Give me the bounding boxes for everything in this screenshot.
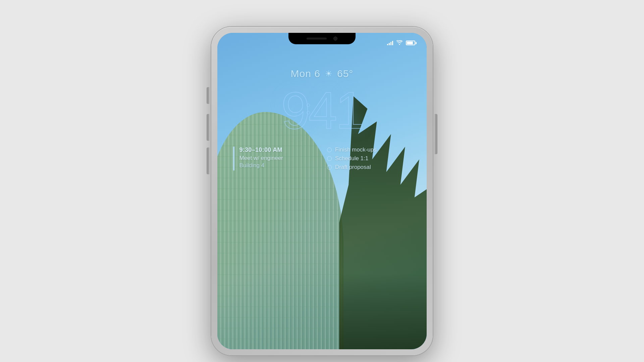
reminder-item-2: Schedule 1:1 — [327, 155, 411, 162]
signal-icon — [387, 41, 393, 45]
weather-icon: ☀ — [325, 69, 332, 78]
phone-shell: Mon 6 ☀ 65° 9 41 — [211, 27, 433, 355]
calendar-widget: 9:30–10:00 AM Meet w/ engineer Building … — [233, 146, 317, 171]
widgets-row: 9:30–10:00 AM Meet w/ engineer Building … — [230, 146, 414, 171]
power-button — [435, 114, 437, 154]
reminder-circle-icon-2 — [327, 156, 332, 161]
reminders-widget: Finish mock-ups Schedule 1:1 Draft propo… — [327, 146, 411, 171]
colon-dot-bottom — [307, 111, 310, 114]
signal-bar-4 — [392, 41, 393, 45]
battery-icon — [406, 41, 417, 45]
lock-screen-content: Mon 6 ☀ 65° 9 41 — [217, 33, 427, 349]
front-camera — [333, 37, 337, 41]
calendar-event-title: Meet w/ engineer — [239, 155, 283, 162]
signal-bar-3 — [390, 42, 391, 45]
volume-down-button — [207, 147, 209, 174]
reminder-item-3: Draft proposal — [327, 164, 411, 171]
status-icons — [387, 40, 417, 46]
mute-button — [207, 87, 209, 104]
speaker-grille — [307, 38, 327, 40]
time-minute: 41 — [308, 84, 363, 136]
phone-screen: Mon 6 ☀ 65° 9 41 — [217, 33, 427, 349]
date-display: Mon 6 — [291, 68, 320, 79]
reminder-text-2: Schedule 1:1 — [335, 155, 368, 162]
reminder-text-1: Finish mock-ups — [335, 146, 377, 153]
colon-dot-top — [307, 104, 310, 107]
time-hour: 9 — [281, 84, 308, 136]
temperature-display: 65° — [337, 68, 353, 79]
calendar-time-range: 9:30–10:00 AM — [239, 146, 283, 154]
reminder-item-1: Finish mock-ups — [327, 146, 411, 153]
signal-bar-2 — [389, 43, 390, 45]
calendar-event-location: Building 4 — [239, 162, 283, 169]
reminder-text-3: Draft proposal — [335, 164, 371, 171]
time-display: 9 41 — [281, 84, 363, 136]
calendar-accent-bar — [233, 146, 234, 171]
date-weather-row: Mon 6 ☀ 65° — [291, 68, 354, 79]
notch — [288, 33, 356, 44]
reminder-circle-icon-1 — [327, 147, 332, 152]
signal-bar-1 — [387, 44, 388, 45]
time-colon — [307, 102, 310, 120]
calendar-widget-content: 9:30–10:00 AM Meet w/ engineer Building … — [239, 146, 283, 171]
reminder-circle-icon-3 — [327, 165, 332, 170]
phone-mockup: Mon 6 ☀ 65° 9 41 — [211, 27, 433, 355]
volume-up-button — [207, 114, 209, 141]
wifi-icon — [396, 40, 402, 46]
